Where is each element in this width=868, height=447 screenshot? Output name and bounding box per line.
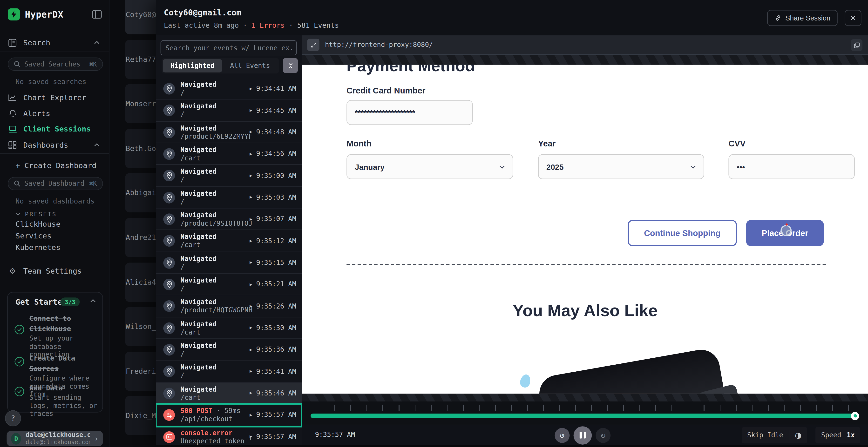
preset-clickhouse[interactable]: ClickHouse — [16, 219, 61, 228]
sidebar-item-search[interactable]: Search — [0, 35, 110, 50]
get-started-step[interactable]: Add DataStart sending logs, metrics, or … — [14, 382, 97, 418]
user-subtitle: dale@clickhouse.com's — [26, 439, 90, 446]
event-row[interactable]: Navigated /cart ▶ 9:35:30 AM — [156, 317, 302, 339]
event-row[interactable]: console.error Unexpected token 'I'… ▶ 9:… — [156, 426, 302, 445]
speed-control[interactable]: Speed 1x — [816, 427, 860, 443]
event-row[interactable]: Navigated /product/6E92ZMYYFZ ▶ 9:34:48 … — [156, 122, 302, 143]
replay-timeline[interactable] — [302, 402, 868, 424]
saved-searches-input[interactable]: Saved Searches ⌘K — [8, 58, 103, 71]
sidebar-item-dashboards[interactable]: Dashboards — [0, 138, 110, 152]
event-row[interactable]: Navigated / ▶ 9:35:00 AM — [156, 165, 302, 187]
skip-idle-toggle-icon[interactable]: ◑ — [795, 431, 802, 440]
help-button[interactable]: ? — [5, 410, 21, 426]
event-row[interactable]: Navigated / ▶ 9:35:21 AM — [156, 274, 302, 296]
play-from-here-icon[interactable]: ▶ — [250, 86, 252, 91]
play-from-here-icon[interactable]: ▶ — [250, 369, 252, 374]
play-from-here-icon[interactable]: ▶ — [250, 108, 252, 113]
play-from-here-icon[interactable]: ▶ — [250, 151, 252, 156]
session-card[interactable]: Wilson_H — [125, 307, 156, 346]
play-from-here-icon[interactable]: ▶ — [250, 304, 252, 309]
events-search-input[interactable] — [161, 40, 297, 56]
play-from-here-icon[interactable]: ▶ — [250, 195, 252, 200]
play-from-here-icon[interactable]: ▶ — [250, 412, 252, 417]
share-session-button[interactable]: Share Session — [767, 10, 837, 26]
session-card[interactable]: Andre21@ — [125, 218, 156, 257]
event-row[interactable]: Navigated / ▶ 9:34:45 AM — [156, 100, 302, 122]
create-dashboard-button[interactable]: + Create Dashboard — [0, 158, 110, 173]
play-from-here-icon[interactable]: ▶ — [250, 238, 252, 243]
letterbox-stripes — [302, 55, 868, 65]
plus-icon: + — [16, 161, 20, 170]
saved-dashboards-placeholder: Saved Dashboards — [24, 180, 85, 187]
sidebar-item-client-sessions[interactable]: Client Sessions — [0, 122, 110, 136]
sidebar-item-team-settings[interactable]: ⚙ Team Settings — [0, 264, 110, 278]
event-title: Navigated — [180, 364, 216, 371]
skip-idle-control[interactable]: Skip Idle ◑ — [742, 427, 807, 443]
location-pin-icon — [163, 213, 175, 225]
session-card[interactable]: Beth.Gol — [125, 129, 156, 168]
sidebar-item-alerts[interactable]: Alerts — [0, 106, 110, 121]
play-from-here-icon[interactable]: ▶ — [250, 216, 252, 221]
event-row[interactable]: Navigated / ▶ 9:35:41 AM — [156, 361, 302, 382]
chevron-up-icon[interactable] — [90, 299, 96, 303]
saved-dashboards-input[interactable]: Saved Dashboards ⌘K — [8, 177, 103, 190]
event-row[interactable]: 500 POST · 59ms /api/checkout ▶ 9:35:57 … — [156, 404, 302, 426]
event-row[interactable]: Navigated /cart ▶ 9:35:12 AM — [156, 230, 302, 252]
timeline-progress-bar[interactable] — [311, 414, 857, 418]
play-from-here-icon[interactable]: ▶ — [250, 391, 252, 396]
play-from-here-icon[interactable]: ▶ — [250, 130, 252, 135]
sidebar-item-chart-explorer[interactable]: Chart Explorer — [0, 90, 110, 105]
presets-toggle[interactable]: PRESETS — [0, 207, 110, 221]
play-from-here-icon[interactable]: ▶ — [250, 282, 252, 287]
play-from-here-icon[interactable]: ▶ — [250, 434, 252, 439]
console-icon — [163, 431, 175, 443]
share-session-label: Share Session — [785, 14, 830, 22]
get-started-step[interactable]: Connect to ClickHouseSet up your databas… — [14, 312, 97, 359]
close-button[interactable]: ✕ — [845, 10, 862, 26]
play-from-here-icon[interactable]: ▶ — [250, 347, 252, 352]
play-from-here-icon[interactable]: ▶ — [250, 325, 252, 331]
rewind-button[interactable]: ↺ — [555, 428, 570, 443]
event-title: Navigated — [180, 168, 216, 176]
collapse-events-button[interactable] — [283, 58, 298, 73]
you-may-also-like-heading: You May Also Like — [302, 301, 868, 320]
event-row[interactable]: Navigated /cart ▶ 9:35:46 AM — [156, 382, 302, 404]
pause-button[interactable] — [574, 426, 592, 444]
preset-kubernetes[interactable]: Kubernetes — [16, 243, 61, 252]
session-card[interactable]: Abbigail — [125, 173, 156, 213]
open-in-new-button[interactable] — [851, 39, 863, 51]
event-row[interactable]: Navigated /cart ▶ 9:34:56 AM — [156, 143, 302, 165]
event-title: Navigated — [180, 103, 216, 110]
event-time: 9:35:07 AM — [256, 215, 296, 223]
sidebar-collapse-icon[interactable] — [92, 10, 102, 19]
logo[interactable]: HyperDX — [8, 8, 63, 21]
event-time: 9:35:41 AM — [256, 368, 296, 375]
event-time: 9:35:00 AM — [256, 172, 296, 179]
help-label: ? — [11, 414, 15, 422]
event-row[interactable]: Navigated / ▶ 9:35:36 AM — [156, 339, 302, 361]
preset-services[interactable]: Services — [16, 231, 51, 240]
chevron-up-icon — [94, 143, 100, 147]
user-menu[interactable]: D dale@clickhouse.com dale@clickhouse.co… — [7, 431, 103, 446]
play-from-here-icon[interactable]: ▶ — [250, 260, 252, 265]
play-from-here-icon[interactable]: ▶ — [250, 173, 252, 178]
session-card[interactable]: Alicia42 — [125, 263, 156, 302]
session-card[interactable]: Coty60@g — [125, 0, 156, 34]
session-card[interactable]: Frederic — [125, 352, 156, 391]
event-row[interactable]: Navigated / ▶ 9:35:15 AM — [156, 252, 302, 274]
tab-highlighted[interactable]: Highlighted — [163, 59, 222, 72]
event-row[interactable]: Navigated / ▶ 9:34:41 AM — [156, 78, 302, 100]
event-row[interactable]: Navigated / ▶ 9:35:03 AM — [156, 187, 302, 208]
event-row[interactable]: Navigated /product/9SIQT8TOJO ▶ 9:35:07 … — [156, 209, 302, 230]
session-card[interactable]: Monserra — [125, 84, 156, 123]
year-label: Year — [538, 139, 556, 148]
event-title: Navigated — [180, 385, 216, 393]
timeline-playhead[interactable] — [851, 412, 859, 420]
replay-restart-button[interactable]: ↻ — [595, 428, 611, 443]
session-card[interactable]: Dixie_Mc — [125, 396, 156, 436]
tab-all-events[interactable]: All Events — [222, 59, 278, 72]
session-card[interactable]: Retha77@ — [125, 39, 156, 79]
expand-replay-button[interactable] — [307, 39, 319, 51]
event-row[interactable]: Navigated /product/HQTGWGPNH4 ▶ 9:35:26 … — [156, 296, 302, 317]
continue-shopping-button: Continue Shopping — [628, 220, 737, 246]
